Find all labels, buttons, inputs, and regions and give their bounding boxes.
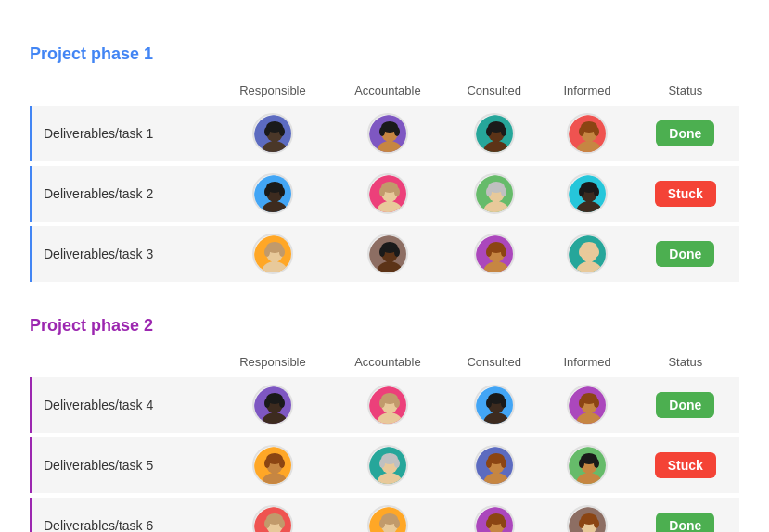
svg-point-38 bbox=[264, 187, 270, 196]
cell-responsible bbox=[215, 377, 330, 433]
svg-point-159 bbox=[594, 459, 599, 468]
svg-point-118 bbox=[486, 399, 492, 408]
avatar bbox=[567, 234, 608, 274]
header-status: Status bbox=[632, 351, 739, 373]
task-name: Deliverables/task 2 bbox=[30, 166, 215, 222]
avatar bbox=[252, 385, 293, 425]
status-cell: Stuck bbox=[632, 166, 739, 222]
svg-point-14 bbox=[379, 127, 385, 136]
svg-point-174 bbox=[379, 519, 385, 528]
cell-responsible bbox=[215, 106, 330, 161]
cell-informed bbox=[543, 226, 631, 282]
status-badge: Done bbox=[656, 513, 714, 532]
avatar bbox=[474, 505, 515, 532]
svg-point-94 bbox=[579, 247, 584, 257]
avatar bbox=[567, 385, 608, 425]
svg-point-79 bbox=[394, 247, 400, 257]
cell-responsible bbox=[215, 166, 330, 222]
task-name: Deliverables/task 5 bbox=[30, 437, 215, 493]
task-name: Deliverables/task 4 bbox=[30, 377, 215, 433]
svg-point-30 bbox=[579, 127, 584, 136]
cell-accountable bbox=[330, 498, 445, 532]
avatar bbox=[252, 234, 293, 274]
status-cell: Done bbox=[632, 498, 739, 532]
cell-informed bbox=[543, 166, 631, 222]
phase-section-1: Project phase 1ResponsibleAccountableCon… bbox=[30, 44, 739, 286]
header-informed: Informed bbox=[543, 351, 631, 373]
status-cell: Done bbox=[632, 226, 739, 282]
svg-point-63 bbox=[594, 187, 599, 196]
table-row: Deliverables/task 6Done bbox=[30, 498, 739, 532]
status-cell: Done bbox=[632, 377, 739, 433]
header-informed: Informed bbox=[543, 80, 631, 101]
status-badge: Stuck bbox=[655, 452, 716, 478]
table-row: Deliverables/task 4Done bbox=[30, 377, 739, 433]
avatar bbox=[367, 113, 408, 154]
table-row: Deliverables/task 5Stuck bbox=[30, 437, 739, 493]
task-name: Deliverables/task 1 bbox=[30, 106, 215, 161]
svg-point-111 bbox=[394, 399, 400, 408]
avatar bbox=[367, 234, 408, 274]
svg-point-190 bbox=[579, 519, 584, 528]
phase-title-1: Project phase 1 bbox=[30, 44, 739, 64]
svg-point-70 bbox=[264, 247, 270, 257]
avatar bbox=[252, 173, 293, 214]
cell-responsible bbox=[215, 226, 330, 282]
task-name: Deliverables/task 6 bbox=[30, 498, 215, 532]
svg-point-47 bbox=[394, 187, 400, 196]
svg-point-86 bbox=[486, 247, 492, 257]
svg-point-143 bbox=[394, 459, 400, 468]
cell-accountable bbox=[330, 226, 445, 282]
cell-consulted bbox=[445, 106, 544, 161]
header-accountable: Accountable bbox=[330, 80, 445, 101]
header-accountable: Accountable bbox=[330, 351, 445, 373]
svg-point-23 bbox=[501, 127, 506, 136]
table-row: Deliverables/task 1Done bbox=[30, 106, 739, 161]
svg-point-31 bbox=[594, 127, 599, 136]
raci-table-2: ResponsibleAccountableConsultedInformedS… bbox=[30, 347, 739, 532]
cell-accountable bbox=[330, 166, 445, 222]
svg-point-22 bbox=[486, 127, 492, 136]
raci-table-1: ResponsibleAccountableConsultedInformedS… bbox=[30, 75, 739, 286]
header-responsible: Responsible bbox=[215, 80, 330, 101]
svg-point-142 bbox=[379, 459, 385, 468]
svg-point-103 bbox=[279, 399, 285, 408]
cell-accountable bbox=[330, 437, 445, 493]
cell-responsible bbox=[215, 498, 330, 532]
svg-point-78 bbox=[379, 247, 385, 257]
status-cell: Stuck bbox=[632, 437, 739, 493]
cell-responsible bbox=[215, 437, 330, 493]
cell-informed bbox=[543, 106, 631, 161]
avatar bbox=[474, 234, 515, 274]
svg-point-7 bbox=[279, 127, 285, 136]
svg-point-175 bbox=[394, 519, 400, 528]
svg-point-95 bbox=[594, 247, 599, 257]
cell-informed bbox=[543, 437, 631, 493]
phase-title-2: Project phase 2 bbox=[30, 316, 739, 336]
svg-point-166 bbox=[264, 519, 270, 528]
svg-point-39 bbox=[279, 187, 285, 196]
svg-point-55 bbox=[501, 187, 506, 196]
cell-accountable bbox=[330, 106, 445, 161]
svg-point-167 bbox=[279, 519, 285, 528]
avatar bbox=[567, 113, 608, 154]
svg-point-127 bbox=[594, 399, 599, 408]
svg-point-71 bbox=[279, 247, 285, 257]
svg-point-102 bbox=[264, 399, 270, 408]
svg-point-110 bbox=[379, 399, 385, 408]
svg-point-151 bbox=[501, 459, 506, 468]
svg-point-183 bbox=[501, 519, 506, 528]
header-task bbox=[30, 351, 215, 373]
status-badge: Stuck bbox=[655, 181, 716, 207]
svg-point-135 bbox=[279, 459, 285, 468]
svg-point-150 bbox=[486, 459, 492, 468]
cell-consulted bbox=[445, 377, 544, 433]
avatar bbox=[367, 173, 408, 214]
avatar bbox=[252, 445, 293, 486]
svg-point-15 bbox=[394, 127, 400, 136]
header-consulted: Consulted bbox=[445, 351, 544, 373]
svg-point-54 bbox=[486, 187, 492, 196]
avatar bbox=[252, 505, 293, 532]
header-responsible: Responsible bbox=[215, 351, 330, 373]
cell-consulted bbox=[445, 498, 544, 532]
